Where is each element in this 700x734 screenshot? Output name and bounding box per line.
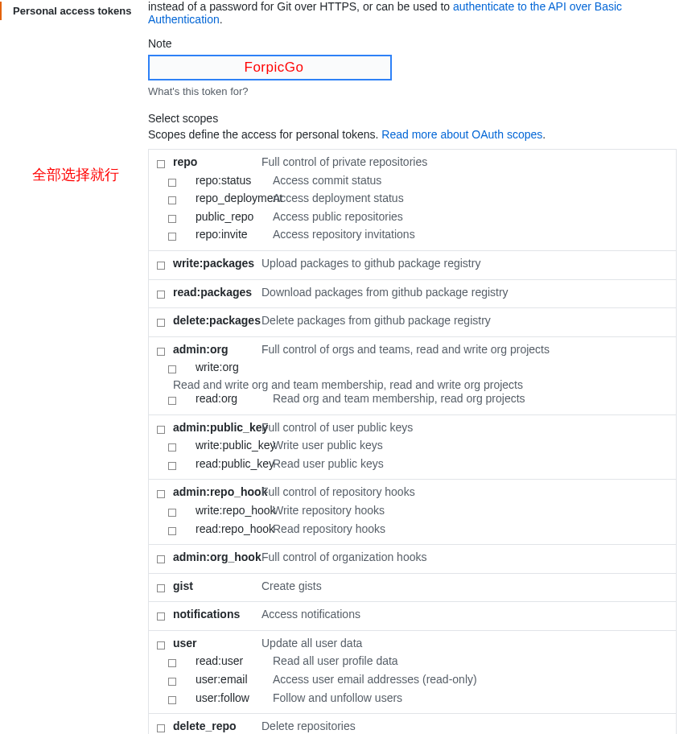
scope-checkbox[interactable]: [168, 397, 176, 405]
scope-name[interactable]: repo:invite: [192, 227, 273, 243]
scope-checkbox[interactable]: [168, 196, 176, 204]
note-input[interactable]: ForpicGo: [148, 55, 392, 80]
note-label: Note: [148, 37, 692, 50]
scope-desc: Download packages from github package re…: [261, 285, 668, 301]
scope-group: userUpdate all user dataread:userRead al…: [149, 630, 676, 713]
scope-desc: Read all user profile data: [273, 654, 668, 670]
intro-period: .: [220, 13, 223, 26]
scope-desc: Create gists: [261, 579, 668, 595]
scope-checkbox[interactable]: [157, 584, 165, 592]
scope-group: delete:packagesDelete packages from gith…: [149, 307, 676, 336]
scope-name[interactable]: admin:repo_hook: [170, 485, 261, 501]
scope-name[interactable]: repo:status: [192, 173, 273, 189]
scope-checkbox[interactable]: [157, 348, 165, 356]
scope-row: user:followFollow and unfollow users: [157, 691, 668, 709]
scope-desc: Read repository hooks: [273, 522, 668, 538]
scope-name[interactable]: write:repo_hook: [192, 503, 273, 519]
scope-checkbox[interactable]: [157, 291, 165, 299]
scope-desc: Update all user data: [261, 636, 668, 652]
scope-name[interactable]: user: [170, 636, 261, 652]
scope-name[interactable]: delete:packages: [170, 313, 261, 329]
scope-name[interactable]: repo_deployment: [192, 191, 273, 207]
scope-name[interactable]: gist: [170, 579, 261, 595]
scopes-desc: Scopes define the access for personal to…: [148, 128, 692, 141]
scope-checkbox[interactable]: [168, 179, 176, 187]
sidebar-item-personal-access-tokens[interactable]: Personal access tokens: [0, 2, 148, 20]
scope-checkbox[interactable]: [157, 724, 165, 732]
scope-desc: Access deployment status: [273, 191, 668, 207]
scope-desc: Write repository hooks: [273, 503, 668, 519]
scope-name[interactable]: read:public_key: [192, 456, 273, 472]
scope-group: delete_repoDelete repositories: [149, 713, 676, 734]
scope-row: read:public_keyRead user public keys: [157, 456, 668, 475]
scope-name[interactable]: repo: [170, 155, 261, 171]
scope-row: admin:orgFull control of orgs and teams,…: [157, 342, 668, 361]
scope-checkbox[interactable]: [168, 365, 176, 373]
scope-desc: Delete packages from github package regi…: [261, 313, 668, 329]
scope-row: read:userRead all user profile data: [157, 654, 668, 672]
scope-checkbox[interactable]: [157, 319, 165, 327]
scope-row: write:public_keyWrite user public keys: [157, 438, 668, 456]
scope-checkbox[interactable]: [168, 462, 176, 470]
scope-group: write:packagesUpload packages to github …: [149, 250, 676, 279]
scope-name[interactable]: admin:org_hook: [170, 550, 261, 566]
scope-checkbox[interactable]: [157, 555, 165, 563]
scope-row: read:repo_hookRead repository hooks: [157, 522, 668, 540]
scope-name[interactable]: delete_repo: [170, 719, 261, 734]
scope-row: user:emailAccess user email addresses (r…: [157, 672, 668, 691]
scope-row: admin:org_hookFull control of organizati…: [157, 550, 668, 568]
scope-desc: Write user public keys: [273, 438, 668, 454]
scope-name[interactable]: read:repo_hook: [192, 522, 273, 538]
scope-desc: Full control of user public keys: [261, 420, 668, 436]
scope-row: notificationsAccess notifications: [157, 607, 668, 625]
scope-desc: Delete repositories: [261, 719, 668, 734]
intro-text: instead of a password for Git over HTTPS…: [148, 0, 692, 26]
scope-checkbox[interactable]: [157, 490, 165, 498]
scope-name[interactable]: read:org: [192, 391, 273, 407]
scope-desc: Access repository invitations: [273, 227, 668, 243]
scope-checkbox[interactable]: [168, 678, 176, 686]
scope-name[interactable]: user:follow: [192, 691, 273, 707]
scope-row: repoFull control of private repositories: [157, 155, 668, 173]
scope-desc: Access user email addresses (read-only): [273, 672, 668, 688]
scope-name[interactable]: write:public_key: [192, 438, 273, 454]
scope-checkbox[interactable]: [157, 426, 165, 434]
scopes-table: repoFull control of private repositories…: [148, 149, 677, 734]
scope-group: repoFull control of private repositories…: [149, 150, 676, 250]
scope-checkbox[interactable]: [168, 509, 176, 517]
scope-desc: Access notifications: [261, 607, 668, 623]
scope-name[interactable]: notifications: [170, 607, 261, 623]
scope-checkbox[interactable]: [168, 233, 176, 241]
scope-group: admin:public_keyFull control of user pub…: [149, 414, 676, 480]
intro-prefix: instead of a password for Git over HTTPS…: [148, 0, 453, 13]
scope-name[interactable]: admin:public_key: [170, 420, 261, 436]
scope-name[interactable]: admin:org: [170, 342, 261, 358]
scope-checkbox[interactable]: [168, 696, 176, 704]
scope-name[interactable]: public_repo: [192, 209, 273, 225]
scope-name[interactable]: read:user: [192, 654, 273, 670]
scope-row: read:orgRead org and team membership, re…: [157, 391, 668, 410]
scope-name[interactable]: read:packages: [170, 285, 261, 301]
scope-checkbox[interactable]: [168, 443, 176, 452]
scopes-desc-link[interactable]: Read more about OAuth scopes: [381, 128, 542, 141]
scope-checkbox[interactable]: [157, 612, 165, 621]
scope-name[interactable]: write:org: [192, 360, 273, 376]
scope-row: gistCreate gists: [157, 579, 668, 597]
scope-row: userUpdate all user data: [157, 636, 668, 654]
scope-desc: Full control of repository hooks: [261, 485, 668, 501]
scopes-title: Select scopes: [148, 112, 692, 125]
scope-desc: Follow and unfollow users: [273, 691, 668, 707]
scope-name[interactable]: user:email: [192, 672, 273, 688]
scope-desc: Read user public keys: [273, 456, 668, 472]
scope-checkbox[interactable]: [157, 160, 165, 168]
scope-row: read:packagesDownload packages from gith…: [157, 285, 668, 303]
scope-checkbox[interactable]: [168, 527, 176, 535]
scope-desc: Full control of private repositories: [261, 155, 668, 171]
scope-checkbox[interactable]: [168, 659, 176, 667]
scope-desc: Access public repositories: [273, 209, 668, 225]
scope-row: write:packagesUpload packages to github …: [157, 256, 668, 274]
scope-checkbox[interactable]: [157, 641, 165, 649]
scope-checkbox[interactable]: [168, 215, 176, 223]
scope-name[interactable]: write:packages: [170, 256, 261, 272]
scope-checkbox[interactable]: [157, 262, 165, 270]
